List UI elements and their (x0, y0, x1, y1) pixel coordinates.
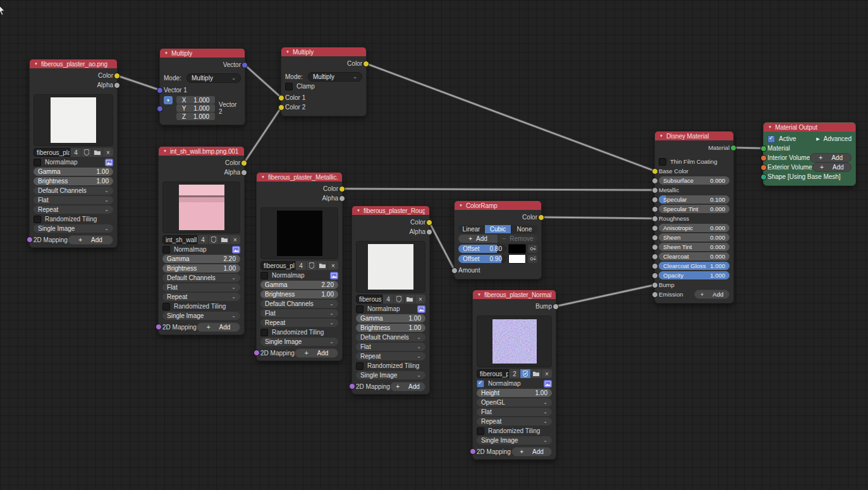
metallic-input-socket[interactable] (652, 187, 658, 193)
extension-dropdown[interactable]: Repeat⌄ (162, 293, 240, 301)
collapse-icon[interactable]: ▼ (163, 149, 167, 153)
brightness-slider[interactable]: Brightness1.00 (260, 290, 338, 298)
open-folder-icon[interactable] (219, 235, 229, 244)
fake-user-shield-icon[interactable] (520, 369, 530, 378)
offset-slider[interactable]: Offset0.90 (458, 255, 506, 263)
interior-volume-input-socket[interactable] (761, 155, 767, 161)
extension-dropdown[interactable]: Repeat⌄ (34, 205, 113, 214)
brightness-slider[interactable]: Brightness1.00 (162, 264, 240, 273)
open-folder-icon[interactable] (405, 295, 415, 303)
remove-stop-button[interactable]: −Remove (498, 235, 537, 243)
color-output-socket[interactable] (114, 73, 120, 79)
channels-dropdown[interactable]: Default Channels⌄ (260, 300, 338, 308)
mapping-input-socket[interactable] (254, 350, 260, 356)
extension-dropdown[interactable]: Repeat⌄ (260, 319, 338, 327)
close-image-icon[interactable]: × (103, 148, 113, 157)
vector1-input-socket[interactable] (157, 87, 163, 94)
node-editor-canvas[interactable]: ▼ fiberous_plaster_ao.png Color Alpha fi… (0, 0, 868, 490)
bump-input-socket[interactable] (652, 282, 658, 288)
normalmap-checkbox[interactable] (162, 246, 170, 254)
add-mapping-button[interactable]: +Add (295, 348, 338, 358)
close-image-icon[interactable]: × (542, 369, 552, 378)
vector-output-socket[interactable] (241, 62, 248, 68)
projection-dropdown[interactable]: Flat⌄ (34, 196, 113, 204)
node-header[interactable]: ▼ Multiply (160, 49, 245, 58)
users-count-button[interactable]: 4 (198, 235, 208, 244)
vector-z-field[interactable]: Z1.000 (176, 113, 215, 120)
close-image-icon[interactable]: × (328, 261, 338, 270)
brightness-slider[interactable]: Brightness1.00 (356, 324, 425, 332)
randomized-tiling-checkbox[interactable] (260, 329, 268, 336)
subsurface-slider[interactable]: Subsurface0.000 (659, 176, 730, 185)
collapse-icon[interactable]: ▼ (34, 62, 38, 66)
collapse-icon[interactable]: ▼ (459, 204, 463, 207)
bump-output-socket[interactable] (553, 303, 559, 310)
node-fiberous-plaster-metallic[interactable]: ▼ fiberous_plaster_Metallic.png Color Al… (256, 172, 343, 361)
anisotropic-slider[interactable]: Anisotropic0.000 (659, 224, 730, 232)
add-mapping-button[interactable]: +Add (511, 447, 552, 456)
add-interior-volume-button[interactable]: +Add (810, 153, 852, 162)
node-header[interactable]: ▼ Multiply (281, 47, 366, 56)
vector2-input-socket[interactable] (157, 106, 163, 112)
advanced-expand-icon[interactable]: ▶ (816, 137, 819, 142)
mapping-input-socket[interactable] (156, 324, 162, 330)
stop-color-swatch[interactable] (508, 254, 526, 264)
image-name-field[interactable]: int_sh_wall.b... (162, 235, 197, 244)
node-header[interactable]: ▼ Material Output (764, 123, 855, 132)
projection-dropdown[interactable]: Flat⌄ (260, 309, 338, 317)
collapse-icon[interactable]: ▼ (768, 125, 772, 129)
users-count-button[interactable]: 4 (383, 295, 393, 303)
randomized-tiling-checkbox[interactable] (34, 216, 41, 223)
fake-user-shield-icon[interactable] (307, 261, 317, 270)
channels-dropdown[interactable]: Default Channels⌄ (34, 187, 113, 195)
node-fiberous-plaster-normal[interactable]: ▼ fiberous_plaster_Normal-ogl.png Bump f… (472, 290, 556, 460)
extension-dropdown[interactable]: Repeat⌄ (477, 417, 552, 426)
color-output-socket[interactable] (363, 61, 369, 67)
color-output-socket[interactable] (538, 214, 544, 221)
fake-user-shield-icon[interactable] (82, 148, 92, 157)
interp-linear-button[interactable]: Linear (458, 225, 485, 233)
projection-dropdown[interactable]: Flat⌄ (162, 283, 240, 291)
image-name-field[interactable]: fiberous_plast... (34, 148, 70, 157)
interp-cubic-button[interactable]: Cubic (485, 225, 511, 233)
close-image-icon[interactable]: × (415, 295, 425, 303)
projection-dropdown[interactable]: Flat⌄ (477, 408, 552, 416)
alpha-output-socket[interactable] (241, 169, 247, 176)
subsurface-input-socket[interactable] (652, 178, 658, 184)
clearcoat-gloss-slider[interactable]: Clearcoat Gloss1.000 (659, 262, 730, 270)
specular-input-socket[interactable] (652, 197, 658, 203)
normalmap-checkbox[interactable] (34, 159, 41, 166)
emission-input-socket[interactable] (652, 291, 658, 298)
node-multiply-vector[interactable]: ▼ Multiply Vector Mode: Multiply⌄ Vector… (159, 48, 245, 125)
node-disney-material[interactable]: ▼ Disney Material Material Thin Film Coa… (654, 131, 734, 303)
add-mapping-button[interactable]: +Add (390, 382, 425, 391)
color1-input-socket[interactable] (278, 95, 284, 101)
color-output-socket[interactable] (339, 186, 345, 192)
projection-dropdown[interactable]: Flat⌄ (356, 343, 425, 351)
open-folder-icon[interactable] (531, 369, 541, 378)
color-output-socket[interactable] (241, 160, 247, 166)
open-folder-icon[interactable] (317, 261, 327, 270)
offset-slider[interactable]: Offset0.80 (458, 245, 506, 253)
space-dropdown[interactable]: OpenGL⌄ (477, 398, 552, 407)
material-output-socket[interactable] (730, 145, 737, 151)
vector-x-field[interactable]: X1.000 (176, 96, 215, 104)
opacity-input-socket[interactable] (652, 273, 658, 279)
shape-input-socket[interactable] (761, 174, 767, 180)
sheen-tint-input-socket[interactable] (652, 244, 658, 250)
frames-dropdown[interactable]: Single Image⌄ (477, 436, 552, 444)
node-header[interactable]: ▼ fiberous_plaster_Metallic.png (257, 173, 342, 181)
image-name-field[interactable]: fiberous_plast... (477, 369, 509, 378)
thin-film-checkbox[interactable] (659, 158, 666, 166)
mapping-input-socket[interactable] (27, 236, 33, 243)
node-header[interactable]: ▼ Disney Material (655, 132, 733, 140)
collapse-icon[interactable]: ▼ (357, 209, 360, 212)
specular-slider[interactable]: Specular0.100 (659, 195, 730, 204)
alpha-output-socket[interactable] (426, 229, 432, 235)
frames-dropdown[interactable]: Single Image⌄ (162, 312, 240, 320)
close-image-icon[interactable]: × (230, 235, 240, 244)
extension-dropdown[interactable]: Repeat⌄ (356, 352, 425, 360)
opacity-slider[interactable]: Opacity1.000 (659, 271, 730, 279)
sheen-tint-slider[interactable]: Sheen Tint0.000 (659, 243, 730, 251)
gamma-slider[interactable]: Gamma2.20 (162, 255, 240, 263)
